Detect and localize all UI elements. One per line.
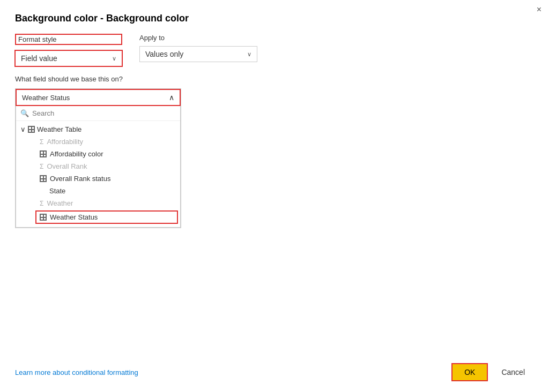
apply-to-value: Values only — [145, 50, 183, 58]
tree-item-overall-rank-status[interactable]: Overall Rank status — [16, 172, 180, 185]
search-box: 🔍 — [16, 106, 180, 121]
sigma-icon: Σ — [40, 200, 43, 207]
tree-parent-label: Weather Table — [37, 125, 81, 133]
form-row-top: Format style Field value ∨ Apply to Valu… — [15, 34, 534, 66]
cancel-button[interactable]: Cancel — [492, 364, 534, 381]
tree-item-label: State — [40, 187, 65, 195]
table-icon — [40, 150, 47, 157]
field-dropdown-selected: Weather Status — [22, 94, 70, 102]
field-dropdown-chevron-icon: ∧ — [169, 93, 174, 102]
tree-item-label: Weather — [47, 199, 73, 207]
tree-item-label: Affordability — [47, 138, 83, 146]
apply-to-dropdown[interactable]: Values only ∨ — [139, 46, 257, 62]
field-section-label: What field should we base this on? — [15, 75, 534, 83]
format-style-dropdown[interactable]: Field value ∨ — [15, 50, 122, 66]
dialog-footer: Learn more about conditional formatting … — [15, 356, 534, 381]
tree-expand-icon: ∨ — [20, 125, 26, 133]
table-icon — [40, 214, 47, 221]
footer-buttons: OK Cancel — [451, 363, 534, 381]
dialog: × Background color - Background color Fo… — [0, 0, 549, 392]
search-input[interactable] — [32, 109, 176, 117]
tree-item-weather-status[interactable]: Weather Status — [35, 210, 178, 224]
format-style-label: Format style — [15, 34, 122, 45]
tree-item-overall-rank: Σ Overall Rank — [16, 160, 180, 172]
field-dropdown: Weather Status ∧ 🔍 ∨ — [15, 88, 181, 228]
format-style-value: Field value — [21, 54, 57, 63]
tree-item-label: Overall Rank — [47, 162, 87, 170]
field-dropdown-body: 🔍 ∨ Weather Tab — [16, 106, 181, 228]
apply-to-chevron-icon: ∨ — [247, 51, 251, 58]
dialog-title: Background color - Background color — [15, 13, 534, 24]
field-dropdown-header[interactable]: Weather Status ∧ — [16, 89, 181, 106]
tree-item-label: Overall Rank status — [50, 175, 110, 183]
field-dropdown-wrapper: Weather Status ∧ 🔍 ∨ — [15, 88, 534, 228]
tree-item-affordability-color[interactable]: Affordability color — [16, 148, 180, 160]
close-button[interactable]: × — [537, 5, 541, 14]
search-icon: 🔍 — [20, 109, 29, 117]
tree-parent-weather-table[interactable]: ∨ Weather Table — [16, 123, 180, 135]
format-style-chevron-icon: ∨ — [112, 55, 116, 62]
apply-to-label: Apply to — [139, 34, 257, 42]
tree-item-weather-status-label: Weather Status — [50, 213, 98, 221]
ok-button[interactable]: OK — [451, 363, 488, 381]
tree-item-label: Affordability color — [50, 150, 103, 158]
table-icon — [28, 126, 35, 133]
sigma-icon: Σ — [40, 163, 43, 170]
field-tree: ∨ Weather Table Σ Affordability — [16, 121, 180, 227]
tree-item-state[interactable]: State — [16, 185, 180, 197]
tree-item-weather: Σ Weather — [16, 197, 180, 209]
table-icon — [40, 175, 47, 182]
format-style-group: Format style Field value ∨ — [15, 34, 122, 66]
apply-to-group: Apply to Values only ∨ — [139, 34, 257, 62]
tree-item-affordability: Σ Affordability — [16, 135, 180, 148]
sigma-icon: Σ — [40, 138, 43, 146]
learn-more-link[interactable]: Learn more about conditional formatting — [15, 368, 138, 376]
